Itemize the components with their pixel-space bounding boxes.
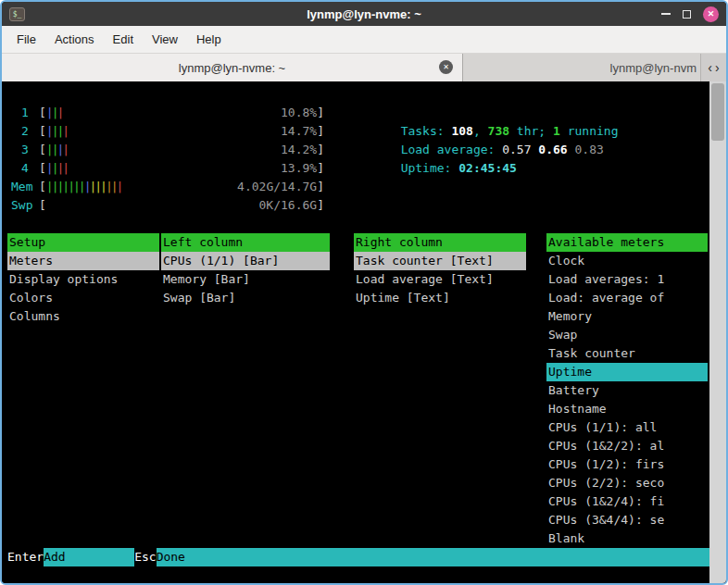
menu-item-file[interactable]: File [7,26,45,53]
fn-label-done[interactable]: Done [157,548,709,566]
panel-item-colors[interactable]: Colors [7,289,159,307]
cpu-meter-4: 4[||||13.9%] [11,159,324,178]
menu-item-actions[interactable]: Actions [45,26,104,53]
tab-active[interactable]: lynmp@lyn-nvme: ~ ✕ [2,54,463,81]
terminal-icon: $_ [9,7,25,21]
panel-right-column: Right column Task counter [Text] Load av… [354,233,526,307]
panel-item-cpus-all[interactable]: CPUs (1/1): all [546,418,708,437]
tab-scroll-buttons: ‹ › [700,54,726,81]
panel-item-task-counter[interactable]: Task counter [546,344,708,363]
menu-item-view[interactable]: View [143,26,187,53]
panel-setup: Setup Meters Display options Colors Colu… [7,233,159,326]
scrollbar-thumb[interactable] [711,83,724,141]
cpu-meter-3: 3[||||14.2%] [11,141,324,159]
panel-header-right-column: Right column [354,233,526,252]
panel-item-cpus-1-2[interactable]: CPUs (1/2): firs [546,455,708,474]
panel-item-task-counter-text[interactable]: Task counter [Text] [354,252,526,270]
window-title: lynmp@lyn-nvme: ~ [2,7,726,21]
swap-bars [46,196,259,215]
panel-available-meters: Available meters Clock Load averages: 1 … [546,233,708,548]
uptime-value: 02:45:45 [458,161,517,175]
panel-header-available-meters: Available meters [546,233,708,252]
panel-left-column: Left column CPUs (1/1) [Bar] Memory [Bar… [161,233,330,307]
panel-item-memory[interactable]: Memory [546,307,708,326]
terminal[interactable]: 1[|||10.8%] 2[||||14.7%] 3[||||14.2%] 4[… [2,81,726,583]
tab-close-icon[interactable]: ✕ [439,60,453,74]
fn-label-add[interactable]: Add [44,548,134,566]
mem-bars: |||||||||||||| [46,178,237,196]
minimize-icon[interactable] [661,13,671,15]
panel-item-memory-bar[interactable]: Memory [Bar] [161,270,330,289]
panel-item-columns[interactable]: Columns [7,307,159,326]
tab-bar: lynmp@lyn-nvme: ~ ✕ lynmp@lyn-nvm ‹ › [2,54,726,81]
terminal-window: lynmp@lyn-nvme: ~ $_ ✕ File Actions Edit… [0,0,728,585]
titlebar: lynmp@lyn-nvme: ~ $_ ✕ [2,2,726,26]
cpu-meter-2: 2[||||14.7%] [11,122,324,141]
panel-item-cpus-1and2-2[interactable]: CPUs (1&2/2): al [546,437,708,455]
tasks-count: 108 [451,124,472,138]
panel-header-left-column: Left column [161,233,330,252]
threads-count: 738 [488,124,509,138]
panel-item-load-average[interactable]: Load: average of [546,289,708,307]
load-1min: 0.57 [502,143,538,156]
panel-item-display-options[interactable]: Display options [7,270,159,289]
meters-block: 1[|||10.8%] 2[||||14.7%] 3[||||14.2%] 4[… [11,104,324,215]
panel-item-cpus-1and2-4[interactable]: CPUs (1&2/4): fi [546,492,708,511]
panel-item-swap[interactable]: Swap [546,326,708,344]
function-bar: Enter Add Esc Done [7,548,709,566]
panel-header-setup: Setup [7,233,159,252]
menu-item-help[interactable]: Help [187,26,231,53]
running-count: 1 [553,124,560,138]
panel-item-cpus-bar[interactable]: CPUs (1/1) [Bar] [161,252,330,270]
close-icon[interactable]: ✕ [703,6,719,22]
panel-item-uptime[interactable]: Uptime [546,363,708,381]
menu-item-edit[interactable]: Edit [104,26,143,53]
stats-block: Tasks: 108, 738 thr; 1 running Load aver… [343,104,618,159]
cpu1-bars: ||| [46,104,281,122]
panel-item-load-average-text[interactable]: Load average [Text] [354,270,526,289]
cpu2-bars: |||| [46,122,281,141]
scrollbar[interactable] [709,81,726,583]
panel-item-load-averages[interactable]: Load averages: 1 [546,270,708,289]
panel-item-uptime-text[interactable]: Uptime [Text] [354,289,526,307]
tab-inactive-label: lynmp@lyn-nvm [610,61,697,75]
panel-item-cpus-3and4-4[interactable]: CPUs (3&4/4): se [546,511,708,529]
tab-inactive[interactable]: lynmp@lyn-nvm [463,54,700,81]
panel-item-battery[interactable]: Battery [546,381,708,400]
cpu3-bars: |||| [46,141,281,159]
panel-item-clock[interactable]: Clock [546,252,708,270]
fn-key-esc: Esc [134,548,156,566]
panel-item-blank[interactable]: Blank [546,529,708,548]
panel-item-swap-bar[interactable]: Swap [Bar] [161,289,330,307]
tab-scroll-left-icon[interactable]: ‹ [708,60,712,75]
cpu4-bars: |||| [46,159,281,178]
cpu-meter-1: 1[|||10.8%] [11,104,324,122]
tab-scroll-right-icon[interactable]: › [715,60,720,75]
load-5min: 0.66 [538,143,574,156]
panel-item-hostname[interactable]: Hostname [546,400,708,418]
maximize-icon[interactable] [683,10,691,19]
tasks-line: Tasks: 108, 738 thr; 1 running [343,104,618,122]
tab-active-label: lynmp@lyn-nvme: ~ [179,61,285,75]
swap-meter: Swp[0K/16.6G] [11,196,324,215]
memory-meter: Mem[||||||||||||||4.02G/14.7G] [11,178,324,196]
menu-bar: File Actions Edit View Help [2,26,726,54]
panel-item-meters[interactable]: Meters [7,252,159,270]
fn-key-enter: Enter [7,548,44,566]
load-15min: 0.83 [574,143,603,156]
panel-item-cpus-2-2[interactable]: CPUs (2/2): seco [546,474,708,492]
